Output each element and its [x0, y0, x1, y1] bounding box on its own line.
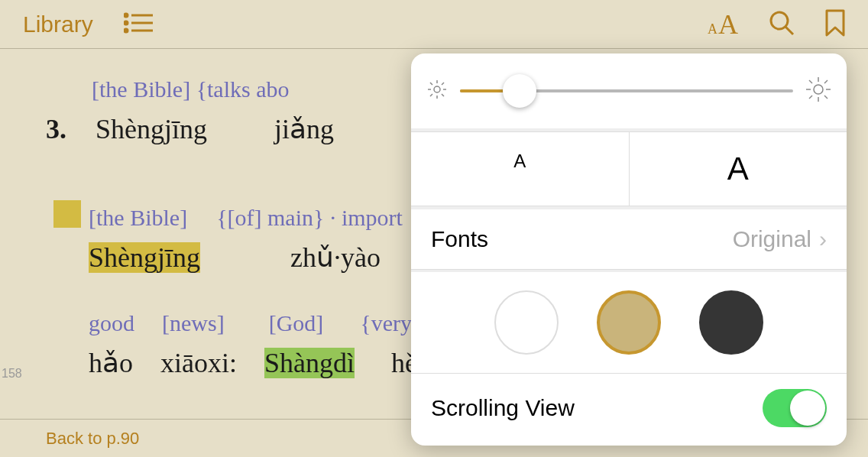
pinyin-text: hǎo [89, 348, 133, 378]
gloss-text: {[of] main} · import [216, 205, 403, 230]
brightness-low-icon [426, 79, 448, 103]
fonts-row[interactable]: Fonts Original › [411, 209, 847, 270]
svg-point-2 [125, 21, 128, 24]
svg-line-25 [824, 80, 828, 83]
gloss-text: good [89, 310, 134, 335]
pinyin-text: zhǔ·yào [290, 242, 381, 273]
fonts-value: Original [733, 226, 811, 252]
decrease-font-button[interactable]: A [411, 132, 630, 206]
svg-line-16 [442, 83, 444, 85]
toolbar-left: Library [23, 11, 153, 37]
top-toolbar: Library AA [0, 0, 868, 49]
theme-white-button[interactable] [494, 290, 559, 355]
popover-arrow [685, 53, 709, 55]
toolbar-right: AA [708, 8, 845, 41]
chevron-right-icon: › [819, 226, 827, 252]
back-to-page-button[interactable]: Back to p.90 [46, 429, 139, 449]
svg-line-24 [809, 96, 812, 99]
svg-line-13 [430, 83, 432, 85]
svg-point-6 [771, 12, 788, 29]
gloss-text: [the Bible] {talks abo [92, 76, 290, 102]
fonts-label: Fonts [431, 226, 488, 252]
svg-line-23 [824, 96, 828, 99]
brightness-high-icon [805, 76, 831, 105]
svg-point-17 [814, 85, 823, 94]
scrolling-view-label: Scrolling View [431, 395, 575, 421]
gloss-text: {very [360, 310, 412, 335]
brightness-slider[interactable] [460, 89, 793, 92]
svg-line-15 [430, 94, 432, 96]
brightness-control [411, 53, 847, 128]
pinyin-highlighted[interactable]: Shèngjīng [89, 242, 200, 273]
gloss-text: [God] [269, 310, 324, 335]
library-button[interactable]: Library [23, 11, 93, 37]
theme-dark-button[interactable] [699, 290, 763, 355]
font-size-row: A A [411, 128, 847, 209]
scrolling-view-row: Scrolling View [411, 374, 847, 446]
svg-point-4 [125, 29, 128, 32]
search-icon[interactable] [769, 10, 795, 39]
theme-row [411, 270, 847, 374]
pinyin-highlighted[interactable]: Shàngdì [264, 348, 355, 378]
svg-point-8 [434, 86, 440, 92]
bookmark-icon[interactable] [825, 9, 845, 40]
text-appearance-icon[interactable]: AA [708, 8, 738, 41]
appearance-popover: A A Fonts Original › Scrolling View [411, 53, 847, 446]
brightness-slider-thumb[interactable] [503, 74, 536, 108]
list-number: 3. [46, 114, 66, 144]
svg-line-7 [785, 27, 793, 34]
pinyin-text: Shèngjīng [96, 114, 207, 144]
scrolling-view-toggle[interactable] [763, 389, 827, 427]
increase-font-button[interactable]: A [630, 132, 847, 206]
theme-sepia-button[interactable] [597, 290, 661, 355]
svg-line-22 [809, 80, 812, 83]
gloss-text: [the Bible] [89, 205, 187, 230]
svg-point-0 [125, 14, 128, 17]
margin-page-number: 158 [2, 367, 22, 381]
pinyin-text: jiǎng [274, 114, 334, 144]
pinyin-text: xiāoxi: [160, 348, 237, 378]
table-of-contents-icon[interactable] [124, 12, 153, 37]
svg-line-14 [442, 94, 444, 96]
highlight-marker-icon[interactable] [53, 200, 81, 228]
gloss-text: [news] [162, 310, 225, 335]
